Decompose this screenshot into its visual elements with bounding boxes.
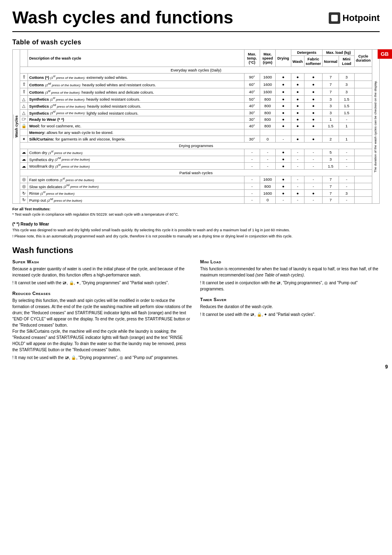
row-fabric: -	[304, 163, 322, 170]
reduced-creases-subtitle: Reduced Creases	[12, 291, 192, 296]
row-speed	[260, 129, 275, 136]
super-wash-subtitle: Super Wash	[12, 259, 192, 264]
row-normal: 7	[323, 88, 339, 96]
row-drying: ●	[275, 163, 291, 170]
row-temp: -	[244, 156, 260, 163]
row-desc: Cottons (2nd press of the button): heavi…	[28, 81, 244, 88]
row-desc: Pump out (2nd press of the button)	[28, 197, 244, 204]
row-wash: ●	[291, 88, 304, 96]
row-speed: 800	[260, 109, 275, 116]
row-desc: Wool: for wool cashmere, etc.	[28, 123, 244, 129]
row-drying: ●	[275, 88, 291, 96]
row-normal: 1.5	[323, 123, 339, 129]
row-speed: 800	[260, 102, 275, 109]
row-drying: ●	[275, 102, 291, 109]
table-row: ⇧ Cottons (3rd press of the button): hea…	[20, 88, 372, 96]
row-normal: 7	[323, 183, 339, 190]
row-temp: -	[244, 149, 260, 156]
table-row: △ Synthetics (2nd press of the button): …	[20, 102, 372, 109]
mini-load-subtitle: Mini Load	[200, 259, 380, 264]
gb-badge: GB	[378, 49, 392, 59]
row-icon: △	[20, 96, 28, 103]
row-mini: -	[339, 176, 355, 183]
row-mini: 1.5	[339, 102, 355, 109]
row-duration	[355, 197, 372, 204]
row-speed: 1600	[260, 176, 275, 183]
row-duration	[355, 109, 372, 116]
row-wash: ●	[291, 74, 304, 81]
page-header: Wash cycles and functions Hotpoint	[12, 8, 380, 27]
row-desc: Cottons (3rd press of the button): heavi…	[28, 88, 244, 96]
row-fabric: ●	[304, 123, 322, 129]
row-icon: ⇧	[20, 81, 28, 88]
row-wash: -	[291, 176, 304, 183]
row-wash: -	[291, 156, 304, 163]
table-row: △ Synthetics (3rd press of the button): …	[20, 109, 372, 116]
brand-name: Hotpoint	[343, 13, 380, 23]
row-speed: 0	[260, 197, 275, 204]
row-desc: Slow spin delicates (2nd press of the bu…	[28, 183, 244, 190]
table-row: ⇧ Cottons (2nd press of the button): hea…	[20, 81, 372, 88]
row-speed: 800	[260, 123, 275, 129]
table-outer: Wash cycles Description of the wash cycl…	[12, 49, 380, 204]
row-icon: ◎	[20, 183, 28, 190]
side-annotation-col: The duration of the wash cycles can be c…	[372, 49, 380, 204]
table-section: Table of wash cycles Wash cycles Descrip…	[12, 39, 380, 204]
row-fabric: -	[304, 197, 322, 204]
row-speed: 1600	[260, 88, 275, 96]
row-normal	[323, 129, 339, 136]
row-fabric: ●	[304, 136, 322, 143]
row-desc: Synthetics dry (2nd press of the button)	[28, 156, 244, 163]
row-normal: 3	[323, 102, 339, 109]
row-fabric: -	[304, 183, 322, 190]
row-duration	[355, 96, 372, 103]
table-row: ☁ Woollmark dry (3rd press of the button…	[20, 163, 372, 170]
row-fabric: -	[304, 156, 322, 163]
row-mini: -	[339, 149, 355, 156]
fabric-subheader: Fabricsoftener	[304, 56, 322, 67]
table-row: △ Synthetics (1st press of the button): …	[20, 96, 372, 103]
row-fabric: ●	[304, 190, 322, 197]
row-speed: 800	[260, 183, 275, 190]
table-row: ⇧ Cottons (*) (1st press of the button):…	[20, 74, 372, 81]
row-desc: Woollmark dry (3rd press of the button)	[28, 163, 244, 170]
row-temp: -	[244, 197, 260, 204]
row-desc: Cottons (*) (1st press of the button): e…	[28, 74, 244, 81]
wash-subheader: Wash	[291, 56, 304, 67]
row-icon: △	[20, 102, 28, 109]
row-wash: ●	[291, 123, 304, 129]
row-icon: ✦	[20, 136, 28, 143]
row-mini: 1.5	[339, 109, 355, 116]
mini-load-note: ! It cannot be used in conjunction with …	[200, 280, 380, 292]
side-annotation-text: The duration of the wash cycles can be c…	[373, 80, 378, 173]
row-drying: ●	[275, 123, 291, 129]
row-icon: ⇧	[20, 88, 28, 96]
row-duration	[355, 149, 372, 156]
table-row: Memory: allows for any wash cycle to be …	[20, 129, 372, 136]
row-wash	[291, 129, 304, 136]
table-row: ↻ Rinse (1st press of the button) - 1600…	[20, 190, 372, 197]
cycle-duration-header: Cycleduration	[355, 50, 372, 67]
row-temp: 40°	[244, 102, 260, 109]
row-drying: ●	[275, 183, 291, 190]
row-icon	[20, 129, 28, 136]
row-speed: -	[260, 149, 275, 156]
row-drying: ●	[275, 109, 291, 116]
row-desc: Synthetics (2nd press of the button): he…	[28, 102, 244, 109]
test-note: * Test wash cycle in compliance with reg…	[12, 212, 380, 216]
row-mini: -	[339, 156, 355, 163]
row-speed: 1600	[260, 190, 275, 197]
row-normal: 1.5	[323, 163, 339, 170]
row-drying: ●	[275, 190, 291, 197]
mini-load-text: This function is recommended for when th…	[200, 266, 380, 278]
row-temp: 30°	[244, 116, 260, 123]
row-temp: 90°	[244, 74, 260, 81]
row-normal: 3	[323, 109, 339, 116]
row-temp: 40°	[244, 123, 260, 129]
row-drying: ●	[275, 156, 291, 163]
brand-area: Hotpoint	[329, 12, 380, 24]
row-speed: 0	[260, 136, 275, 143]
row-fabric: ●	[304, 74, 322, 81]
row-fabric: ●	[304, 96, 322, 103]
functions-section: Wash functions Super Wash Because a grea…	[12, 246, 380, 366]
